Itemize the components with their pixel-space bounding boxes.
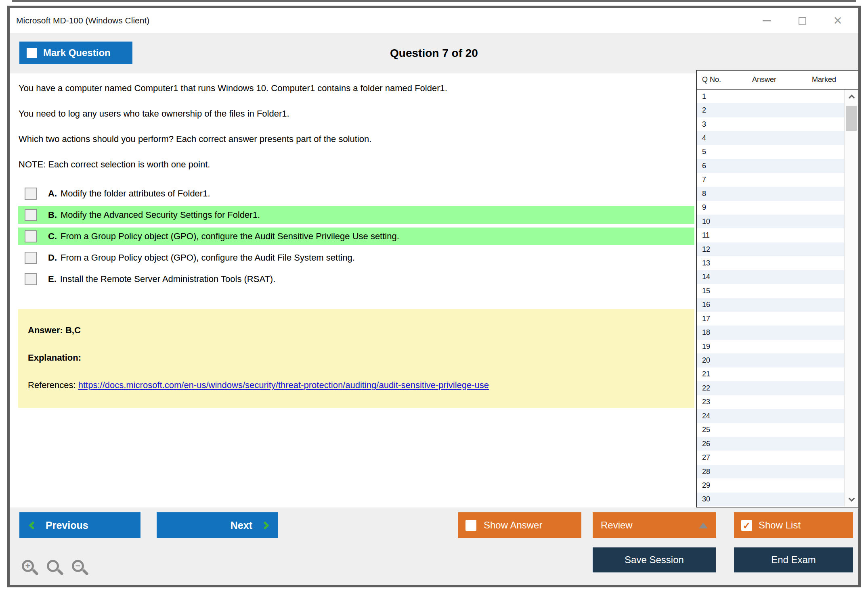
question-row[interactable]: 3 — [697, 117, 844, 131]
question-row[interactable]: 6 — [697, 159, 844, 173]
maximize-icon[interactable] — [796, 15, 808, 27]
answer-option-d[interactable]: D. From a Group Policy object (GPO), con… — [18, 249, 694, 267]
show-answer-label: Show Answer — [484, 520, 542, 531]
mark-question-checkbox[interactable] — [27, 48, 37, 58]
scrollbar-thumb[interactable] — [846, 106, 857, 131]
next-button[interactable]: Next — [157, 512, 278, 538]
previous-button[interactable]: Previous — [19, 512, 140, 538]
question-row[interactable]: 21 — [697, 367, 844, 381]
review-label: Review — [601, 520, 633, 531]
show-answer-checkbox[interactable] — [465, 520, 476, 531]
question-row[interactable]: 29 — [697, 478, 844, 492]
question-list-scrollbar[interactable] — [844, 90, 858, 506]
previous-label: Previous — [46, 520, 88, 531]
magnifier-icon[interactable] — [46, 559, 64, 578]
save-session-label: Save Session — [625, 554, 684, 566]
window-title: Microsoft MD-100 (Windows Client) — [10, 16, 149, 25]
answer-option-b[interactable]: B. Modify the Advanced Security Settings… — [18, 206, 694, 224]
question-row[interactable]: 2 — [697, 103, 844, 117]
close-icon[interactable]: × — [832, 15, 844, 27]
question-row[interactable]: 1 — [697, 90, 844, 103]
question-row[interactable]: 24 — [697, 409, 844, 423]
question-row[interactable]: 28 — [697, 465, 844, 478]
options-list: A. Modify the folder attributes of Folde… — [18, 185, 694, 288]
column-marked: Marked — [812, 75, 836, 84]
chevron-right-icon — [261, 521, 269, 529]
question-row[interactable]: 18 — [697, 326, 844, 339]
option-checkbox[interactable] — [25, 252, 37, 264]
review-button[interactable]: Review — [593, 512, 716, 538]
question-row[interactable]: 4 — [697, 131, 844, 145]
question-row[interactable]: 12 — [697, 242, 844, 256]
option-checkbox[interactable] — [25, 273, 37, 285]
question-row[interactable]: 14 — [697, 270, 844, 284]
title-bar: Microsoft MD-100 (Windows Client) × — [10, 8, 858, 33]
question-row[interactable]: 9 — [697, 201, 844, 215]
question-row[interactable]: 30 — [697, 493, 844, 506]
question-row[interactable]: 8 — [697, 187, 844, 200]
option-text: Install the Remote Server Administration… — [60, 274, 276, 284]
question-row[interactable]: 23 — [697, 395, 844, 409]
option-letter: C. — [48, 231, 57, 242]
zoom-out-icon[interactable]: − — [71, 559, 89, 578]
question-row[interactable]: 17 — [697, 312, 844, 326]
question-row[interactable]: 11 — [697, 228, 844, 242]
question-header-band: Question 7 of 20 Mark Question — [10, 33, 858, 73]
question-row[interactable]: 19 — [697, 340, 844, 353]
end-exam-label: End Exam — [771, 554, 816, 566]
window-controls: × — [761, 8, 858, 33]
minimize-icon[interactable] — [761, 15, 773, 27]
save-session-button[interactable]: Save Session — [593, 547, 716, 572]
answer-label: Answer: B,C — [28, 325, 694, 336]
mark-question-label: Mark Question — [43, 47, 111, 58]
question-row[interactable]: 25 — [697, 423, 844, 437]
question-row[interactable]: 27 — [697, 451, 844, 464]
question-row[interactable]: 20 — [697, 353, 844, 367]
question-row[interactable]: 22 — [697, 381, 844, 395]
question-counter: Question 7 of 20 — [10, 33, 858, 73]
answer-option-e[interactable]: E. Install the Remote Server Administrat… — [18, 270, 694, 288]
option-checkbox[interactable] — [25, 188, 37, 200]
question-row[interactable]: 16 — [697, 298, 844, 312]
option-letter: D. — [48, 253, 57, 263]
question-list-body: 1234567891011121314151617181920212223242… — [697, 90, 858, 506]
zoom-controls: + − — [21, 559, 89, 578]
option-text: From a Group Policy object (GPO), config… — [61, 253, 355, 263]
explanation-label: Explanation: — [28, 353, 694, 363]
question-row[interactable]: 13 — [697, 256, 844, 270]
column-qno: Q No. — [697, 75, 739, 84]
show-list-button[interactable]: Show List — [734, 512, 853, 538]
show-list-label: Show List — [759, 520, 801, 531]
triangle-up-icon — [699, 522, 708, 528]
option-checkbox[interactable] — [25, 209, 37, 221]
question-row[interactable]: 15 — [697, 284, 844, 298]
zoom-in-icon[interactable]: + — [21, 559, 39, 578]
question-content: You have a computer named Computer1 that… — [10, 73, 858, 507]
references-line: References: https://docs.microsoft.com/e… — [28, 380, 694, 390]
question-row[interactable]: 7 — [697, 173, 844, 187]
option-letter: B. — [48, 210, 57, 220]
option-text: Modify the folder attributes of Folder1. — [61, 188, 210, 199]
app-window: Microsoft MD-100 (Windows Client) × Ques… — [7, 6, 861, 587]
end-exam-button[interactable]: End Exam — [734, 547, 853, 572]
question-row[interactable]: 10 — [697, 215, 844, 228]
option-letter: E. — [48, 274, 57, 284]
show-answer-button[interactable]: Show Answer — [458, 512, 581, 538]
next-label: Next — [231, 520, 252, 531]
question-row[interactable]: 26 — [697, 437, 844, 451]
screen-edge-artifact — [12, 0, 856, 2]
question-list-header: Q No. Answer Marked — [697, 70, 858, 90]
option-checkbox[interactable] — [25, 230, 37, 242]
mark-question-button[interactable]: Mark Question — [19, 42, 132, 64]
answer-option-c[interactable]: C. From a Group Policy object (GPO), con… — [18, 228, 694, 245]
reference-link[interactable]: https://docs.microsoft.com/en-us/windows… — [78, 380, 489, 390]
option-letter: A. — [48, 188, 57, 199]
scroll-up-icon[interactable] — [845, 90, 858, 103]
show-list-checkbox[interactable] — [741, 520, 752, 531]
question-row[interactable]: 5 — [697, 145, 844, 159]
chevron-left-icon — [29, 521, 37, 529]
scroll-down-icon[interactable] — [845, 493, 858, 506]
references-label: References: — [28, 380, 76, 390]
answer-option-a[interactable]: A. Modify the folder attributes of Folde… — [18, 185, 694, 203]
column-answer: Answer — [752, 75, 776, 84]
